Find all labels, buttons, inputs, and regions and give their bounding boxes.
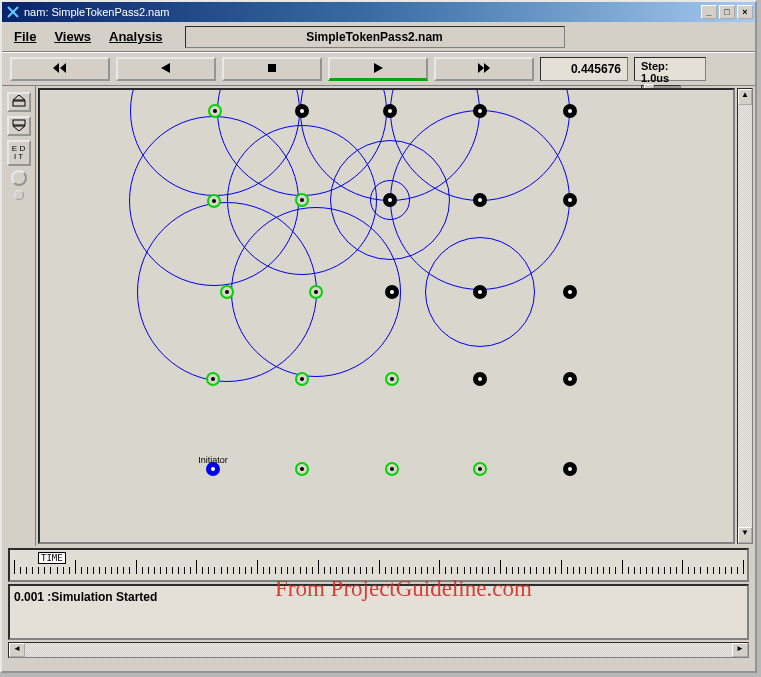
timeline-tick [640,567,641,574]
simulation-canvas[interactable]: Initiator [40,90,733,542]
node-dot [212,199,216,203]
scroll-right-button[interactable]: ► [732,643,748,657]
timeline-tick [555,567,556,574]
node-3[interactable] [207,194,221,208]
node-dot [225,290,229,294]
svg-marker-11 [13,126,25,131]
play-button[interactable] [328,57,428,81]
edit-button[interactable]: E D I T [7,140,31,166]
menu-views[interactable]: Views [48,27,97,46]
timeline-tick [500,560,501,574]
app-icon [6,5,20,19]
node-5[interactable] [295,462,309,476]
timeline-tick [166,567,167,574]
menu-analysis[interactable]: Analysis [103,27,168,46]
node-2[interactable] [220,285,234,299]
timeline-tick [615,567,616,574]
horizontal-scrollbar[interactable]: ◄ ► [8,642,749,658]
timeline-tick [178,567,179,574]
menu-file[interactable]: File [8,27,42,46]
node-15[interactable] [473,462,487,476]
timeline-tick [707,567,708,574]
node-dot [478,198,482,202]
node-17[interactable] [473,285,487,299]
node-22[interactable] [563,285,577,299]
rewind-icon [52,62,68,76]
node-23[interactable] [563,193,577,207]
timeline-tick [688,567,689,574]
vertical-scrollbar[interactable]: ▲ ▼ [737,88,753,544]
node-14[interactable] [383,104,397,118]
window-title: nam: SimpleTokenPass2.nam [24,6,701,18]
rewind-button[interactable] [10,57,110,81]
maximize-button[interactable]: □ [719,5,735,19]
node-dot [478,377,482,381]
timeline-tick [694,567,695,574]
node-24[interactable] [563,104,577,118]
node-7[interactable] [309,285,323,299]
fast-forward-button[interactable] [434,57,534,81]
node-dot [568,198,572,202]
stop-button[interactable] [222,57,322,81]
node-dot [568,377,572,381]
svg-marker-3 [53,63,59,73]
scroll-up-button[interactable]: ▲ [738,89,752,105]
node-dot [211,377,215,381]
node-13[interactable] [383,193,397,207]
zoom-out-button[interactable] [7,116,31,136]
step-display[interactable]: Step: 1.0us [634,57,706,81]
step-back-button[interactable] [116,57,216,81]
node-dot [390,467,394,471]
time-value: 0.445676 [571,62,621,76]
node-19[interactable] [473,104,487,118]
playback-toolbar: 0.445676 Step: 1.0us [2,52,755,86]
node-20[interactable] [563,462,577,476]
timeline-tick [129,567,130,574]
zoom-in-button[interactable] [7,92,31,112]
tool-circle-large[interactable] [11,170,27,186]
minimize-button[interactable]: _ [701,5,717,19]
timeline-tick [603,567,604,574]
scroll-track-h[interactable] [25,643,732,657]
timeline-tick [512,567,513,574]
node-10[interactable] [385,462,399,476]
timeline-ruler[interactable] [14,556,743,574]
close-button[interactable]: × [737,5,753,19]
node-11[interactable] [385,372,399,386]
timeline-tick [567,567,568,574]
timeline-tick [69,567,70,574]
svg-marker-2 [60,63,66,73]
node-16[interactable] [473,372,487,386]
timeline[interactable]: TIME [8,548,749,582]
node-21[interactable] [563,372,577,386]
timeline-tick [439,560,440,574]
timeline-tick [93,567,94,574]
node-6[interactable] [295,372,309,386]
timeline-tick [257,560,258,574]
tool-circle-small[interactable] [14,190,24,200]
node-dot [568,290,572,294]
timeline-tick [457,567,458,574]
scroll-track-v[interactable] [738,105,752,527]
timeline-tick [670,567,671,574]
node-4[interactable] [208,104,222,118]
scroll-left-button[interactable]: ◄ [9,643,25,657]
node-9[interactable] [295,104,309,118]
timeline-tick [123,567,124,574]
scroll-down-button[interactable]: ▼ [738,527,752,543]
node-dot [388,198,392,202]
titlebar: nam: SimpleTokenPass2.nam _ □ × [2,2,755,22]
timeline-tick [26,567,27,574]
timeline-tick [391,567,392,574]
timeline-tick [403,567,404,574]
timeline-tick [664,567,665,574]
canvas-area[interactable]: Initiator [38,88,735,544]
node-8[interactable] [295,193,309,207]
node-18[interactable] [473,193,487,207]
timeline-tick [360,567,361,574]
timeline-tick [561,560,562,574]
node-1[interactable] [206,372,220,386]
node-12[interactable] [385,285,399,299]
timeline-tick [160,567,161,574]
timeline-tick [494,567,495,574]
